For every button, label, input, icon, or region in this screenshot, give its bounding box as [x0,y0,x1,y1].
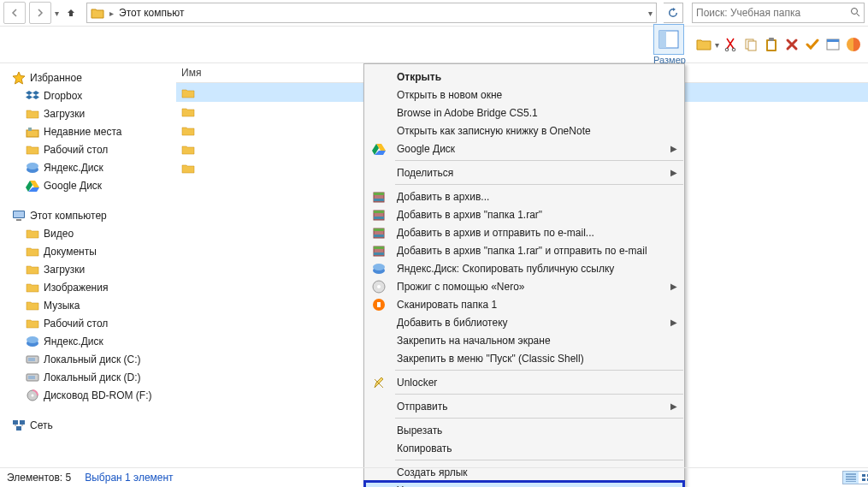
tree-item[interactable]: Дисковод BD-ROM (F:) [7,386,169,404]
menu-item-label: Browse in Adobe Bridge CS5.1 [397,107,664,119]
main: Избранное DropboxЗагрузкиНедавние местаР… [0,63,868,470]
menu-item-label: Яндекс.Диск: Скопировать публичную ссылк… [397,263,664,275]
copy-button[interactable] [741,35,760,54]
breadcrumb-root[interactable]: Этот компьют [119,7,185,19]
menu-item-icon [369,87,388,103]
check-button[interactable] [803,35,822,54]
search-input[interactable] [693,7,850,19]
menu-item[interactable]: Unlocker [364,373,684,391]
star-icon [12,71,26,85]
tree-item[interactable]: Рабочий стол [7,140,169,158]
refresh-button[interactable] [664,3,683,23]
menu-item[interactable]: Сканировать папка 1 [364,295,684,313]
submenu-arrow-icon: ▶ [670,318,677,327]
menu-item-label: Закрепить на начальном экране [397,335,664,347]
menu-item-label: Открыть как записную книжку в OneNote [397,125,664,137]
tree-favorites-header[interactable]: Избранное [7,68,169,86]
properties-button[interactable] [824,35,842,54]
menu-item[interactable]: Добавить в архив... [364,187,684,205]
tree-item[interactable]: Dropbox [7,86,169,104]
menu-item[interactable]: Добавить в архив "папка 1.rar" [364,205,684,223]
svg-point-15 [27,163,38,169]
new-folder-button[interactable] [694,35,713,54]
tree-item[interactable]: Музыка [7,296,169,314]
shell-icon[interactable] [844,35,863,54]
details-view-icon[interactable] [843,472,859,484]
tree-item-label: Документы [44,246,97,258]
breadcrumb[interactable]: ▸ Этот компьют ▾ [86,3,657,23]
tree-item[interactable]: Яндекс.Диск [7,332,169,350]
tree-network-header[interactable]: Сеть [7,416,169,434]
tree-item[interactable]: Документы [7,242,169,260]
menu-separator [395,418,683,419]
menu-item[interactable]: Закрепить на начальном экране [364,331,684,349]
toolbar: Размер ▾ [0,27,868,63]
svg-rect-24 [28,376,35,379]
folder-icon [181,161,195,175]
tree-item[interactable]: Загрузки [7,260,169,278]
back-button[interactable] [3,2,26,24]
tree-item[interactable]: Локальный диск (C:) [7,350,169,368]
menu-item[interactable]: Открыть как записную книжку в OneNote [364,122,684,140]
menu-item[interactable]: Добавить в архив "папка 1.rar" и отправи… [364,241,684,259]
delete-button[interactable] [782,35,801,54]
tree-item-label: Дисковод BD-ROM (F:) [44,389,152,401]
menu-item-label: Закрепить в меню "Пуск" (Classic Shell) [397,353,664,365]
tree-item[interactable]: Рабочий стол [7,314,169,332]
svg-rect-32 [374,199,384,201]
tree-item-label: Яндекс.Диск [44,162,103,174]
svg-rect-37 [374,229,384,231]
menu-item[interactable]: Копировать [364,439,684,457]
submenu-arrow-icon: ▶ [670,168,677,177]
menu-item[interactable]: Открыть в новом окне [364,86,684,104]
menu-item[interactable]: Browse in Adobe Bridge CS5.1 [364,104,684,122]
new-dropdown[interactable]: ▾ [715,40,719,50]
menu-item-label: Вырезать [397,425,664,437]
tree-item[interactable]: Загрузки [7,104,169,122]
menu-item-label: Сканировать папка 1 [397,299,664,311]
menu-item[interactable]: Добавить в библиотеку▶ [364,313,684,331]
menu-item-label: Добавить в архив "папка 1.rar" [397,209,664,221]
menu-item-label: Добавить в архив и отправить по e-mail..… [397,227,664,239]
tree-item-icon [26,227,39,241]
tree-item[interactable]: Видео [7,224,169,242]
menu-item[interactable]: Открыть [364,68,684,86]
large-icons-view-icon[interactable] [859,472,868,484]
tree-computer-header[interactable]: Этот компьютер [7,206,169,224]
tree-item[interactable]: Локальный диск (D:) [7,368,169,386]
tree-item-icon [26,317,39,330]
tree-item[interactable]: Недавние места [7,122,169,140]
menu-separator [395,184,683,185]
recent-dropdown[interactable]: ▾ [55,9,59,18]
tree-item[interactable]: Изображения [7,278,169,296]
menu-item[interactable]: Отправить▶ [364,397,684,415]
menu-item[interactable]: Поделиться▶ [364,163,684,181]
tree-item-icon [26,179,39,193]
view-toggle[interactable] [842,471,868,484]
menu-separator [395,370,683,371]
tree-item-label: Видео [44,228,74,240]
search-icon[interactable] [850,7,860,20]
paste-button[interactable] [762,35,781,54]
svg-rect-8 [768,41,775,50]
tree-item[interactable]: Google Диск [7,176,169,194]
up-button[interactable] [62,4,80,21]
svg-point-45 [377,285,381,288]
tree-item[interactable]: Яндекс.Диск [7,158,169,176]
size-tool[interactable]: Размер [653,24,686,65]
tree-label: Этот компьютер [30,210,107,222]
cut-button[interactable] [721,35,740,54]
svg-rect-31 [374,193,384,195]
search-box[interactable] [692,3,865,23]
menu-item[interactable]: Яндекс.Диск: Скопировать публичную ссылк… [364,259,684,277]
chevron-down-icon[interactable]: ▾ [648,9,652,18]
svg-rect-47 [862,474,865,477]
menu-item[interactable]: Вырезать [364,421,684,439]
menu-item[interactable]: Добавить в архив и отправить по e-mail..… [364,223,684,241]
menu-item[interactable]: Google Диск▶ [364,140,684,157]
forward-button[interactable] [29,2,51,24]
menu-item[interactable]: Закрепить в меню "Пуск" (Classic Shell) [364,349,684,367]
svg-rect-34 [374,211,384,213]
menu-item-label: Поделиться [397,167,664,179]
menu-item[interactable]: Прожиг с помощью «Nero»▶ [364,277,684,295]
